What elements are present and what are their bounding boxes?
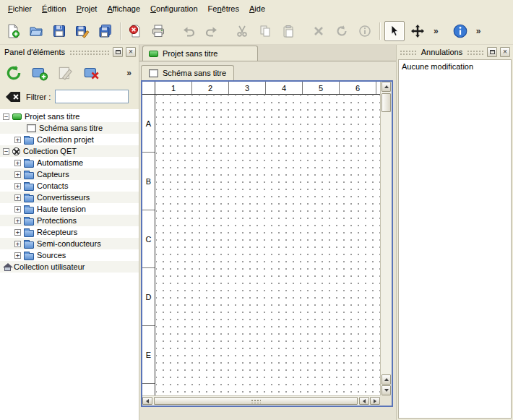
scroll-left-button[interactable] <box>359 397 369 405</box>
paste-button[interactable] <box>278 21 298 41</box>
expand-expander-icon[interactable]: + <box>14 229 21 236</box>
menubar: Fichier Édition Projet Affichage Configu… <box>0 0 513 17</box>
expand-expander-icon[interactable]: + <box>14 160 21 166</box>
about-button[interactable] <box>450 21 470 41</box>
folder-icon <box>24 230 34 237</box>
scroll-down-button[interactable] <box>381 385 391 395</box>
collapse-expander-icon[interactable]: − <box>3 148 9 155</box>
horizontal-scroll-thumb[interactable] <box>154 397 358 405</box>
schema-icon <box>27 124 36 132</box>
tree-item-label: Projet sans titre <box>25 112 79 121</box>
tree-item-automatisme[interactable]: + Automatisme <box>0 157 139 168</box>
close-file-icon <box>128 24 142 38</box>
float-panel-button[interactable] <box>487 47 497 57</box>
filter-input[interactable] <box>55 90 129 103</box>
tree-item-semi-conducteurs[interactable]: + Semi-conducteurs <box>0 238 139 249</box>
schema-tab[interactable]: Schéma sans titre <box>141 65 234 80</box>
menu-edition[interactable]: Édition <box>37 1 72 16</box>
filter-label: Filtrer : <box>26 93 51 101</box>
expand-expander-icon[interactable]: + <box>14 252 21 259</box>
schema-icon <box>149 69 158 77</box>
vertical-scrollbar[interactable] <box>380 82 392 395</box>
save-all-button[interactable] <box>95 21 116 41</box>
properties-button[interactable] <box>355 21 375 41</box>
row-ruler: A B C D E <box>142 95 155 395</box>
new-project-button[interactable] <box>3 21 23 41</box>
tree-item-schema[interactable]: Schéma sans titre <box>0 122 139 134</box>
toolbar-extension-button[interactable]: » <box>431 25 441 38</box>
dock-drag-handle[interactable] <box>467 49 484 56</box>
undo-button[interactable] <box>178 21 199 41</box>
expand-expander-icon[interactable]: + <box>14 218 21 224</box>
pan-mode-button[interactable] <box>408 21 428 41</box>
expand-expander-icon[interactable]: + <box>14 137 21 143</box>
scroll-up-button[interactable] <box>381 374 391 385</box>
tree-item-project[interactable]: − Projet sans titre <box>0 111 139 122</box>
reload-collections-button[interactable] <box>3 62 25 84</box>
panel-extension-button[interactable]: » <box>124 67 134 80</box>
tree-item-haute-tension[interactable]: + Haute tension <box>0 203 139 215</box>
rotate-button[interactable] <box>332 21 352 41</box>
ruler-column-label: 5 <box>303 82 340 94</box>
tree-item-label: Convertisseurs <box>37 193 90 202</box>
menu-fenetres[interactable]: Fenêtres <box>203 1 244 16</box>
select-mode-button[interactable] <box>384 21 405 41</box>
edit-element-button[interactable] <box>55 62 77 84</box>
redo-button[interactable] <box>202 21 222 41</box>
vertical-scroll-thumb[interactable] <box>381 93 391 112</box>
save-button[interactable] <box>49 21 69 41</box>
dock-drag-handle[interactable] <box>400 49 417 56</box>
menu-projet[interactable]: Projet <box>72 1 103 16</box>
tree-item-contacts[interactable]: + Contacts <box>0 180 139 192</box>
expand-expander-icon[interactable]: + <box>14 241 21 247</box>
arrow-up-icon <box>384 85 389 88</box>
undo-list-item[interactable]: Aucune modification <box>399 60 511 73</box>
menu-aide[interactable]: Aide <box>244 1 270 16</box>
scroll-left-button[interactable] <box>142 397 152 405</box>
undo-panel-header: Annulations × <box>397 45 513 59</box>
save-as-button[interactable] <box>72 21 92 41</box>
expand-expander-icon[interactable]: + <box>14 194 21 201</box>
new-element-button[interactable] <box>29 62 51 84</box>
menu-affichage[interactable]: Affichage <box>102 1 145 16</box>
qet-collection-icon <box>12 147 20 155</box>
project-tab[interactable]: Projet sans titre <box>142 46 258 61</box>
tree-item-sources[interactable]: + Sources <box>0 249 139 261</box>
tree-item-label: Semi-conducteurs <box>37 239 101 248</box>
tree-item-collection-projet[interactable]: + Collection projet <box>0 134 139 145</box>
dock-drag-handle[interactable] <box>69 49 110 56</box>
tree-item-collection-utilisateur[interactable]: Collection utilisateur <box>0 261 139 273</box>
arrow-left-icon <box>146 399 149 403</box>
close-project-button[interactable] <box>125 21 145 41</box>
menu-fichier[interactable]: Fichier <box>3 1 37 16</box>
clear-filter-button[interactable] <box>4 90 22 103</box>
close-panel-button[interactable]: × <box>500 47 510 57</box>
expand-expander-icon[interactable]: + <box>14 206 21 213</box>
scroll-up-button[interactable] <box>381 82 391 92</box>
tree-item-label: Collection utilisateur <box>14 262 85 271</box>
print-button[interactable] <box>148 21 168 41</box>
collapse-expander-icon[interactable]: − <box>3 113 9 120</box>
tree-item-collection-qet[interactable]: − Collection QET <box>0 145 139 157</box>
elements-tree: − Projet sans titre Schéma sans titre + … <box>0 109 139 420</box>
horizontal-scrollbar[interactable] <box>142 395 380 406</box>
main-toolbar: » » <box>0 17 513 45</box>
toolbar-extension-button[interactable]: » <box>473 25 484 38</box>
tree-item-convertisseurs[interactable]: + Convertisseurs <box>0 192 139 203</box>
menu-configuration[interactable]: Configuration <box>145 1 202 16</box>
close-panel-button[interactable]: × <box>126 47 136 57</box>
tree-item-capteurs[interactable]: + Capteurs <box>0 168 139 180</box>
tree-item-recepteurs[interactable]: + Récepteurs <box>0 226 139 238</box>
scroll-right-button[interactable] <box>370 397 380 405</box>
delete-element-button[interactable] <box>81 62 103 84</box>
expand-expander-icon[interactable]: + <box>14 183 21 189</box>
project-tab-label: Projet sans titre <box>163 49 217 58</box>
copy-button[interactable] <box>255 21 275 41</box>
tree-item-protections[interactable]: + Protections <box>0 215 139 226</box>
expand-expander-icon[interactable]: + <box>14 171 21 178</box>
float-panel-button[interactable] <box>113 47 123 57</box>
open-project-button[interactable] <box>26 21 46 41</box>
schema-canvas[interactable] <box>156 95 380 395</box>
cut-button[interactable] <box>232 21 252 41</box>
delete-selection-button[interactable] <box>309 21 329 41</box>
